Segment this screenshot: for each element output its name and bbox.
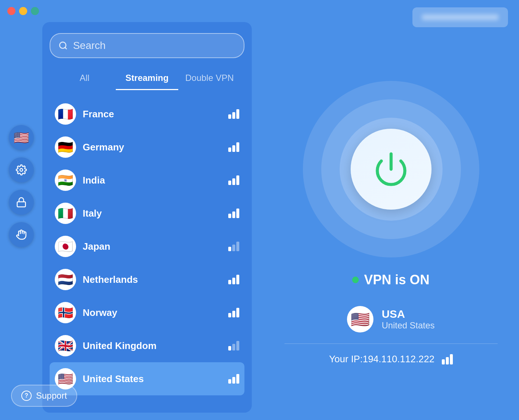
ip-row: Your IP:194.110.112.222 (329, 353, 453, 365)
status-dot (352, 277, 359, 283)
country-item-uk[interactable]: 🇬🇧 United Kingdom (50, 329, 244, 362)
connected-country-name: USA (382, 308, 434, 320)
signal-france (228, 109, 239, 119)
search-icon (58, 40, 68, 51)
right-panel: VPN is ON 🇺🇸 USA United States Your IP:1… (263, 22, 519, 420)
minimize-button[interactable] (19, 7, 27, 15)
connected-country-sub: United States (382, 320, 434, 331)
country-item-japan[interactable]: 🇯🇵 Japan (50, 230, 244, 263)
support-button[interactable]: ? Support (11, 385, 77, 407)
svg-rect-1 (17, 202, 25, 207)
gear-icon (16, 164, 27, 175)
country-name-japan: Japan (83, 241, 222, 252)
flag-germany: 🇩🇪 (55, 136, 76, 158)
power-area (299, 77, 483, 261)
country-item-italy[interactable]: 🇮🇹 Italy (50, 197, 244, 230)
search-box[interactable] (50, 33, 244, 58)
lock-icon (16, 197, 27, 208)
tabs: All Streaming Double VPN (50, 69, 244, 90)
fullscreen-button[interactable] (31, 7, 39, 15)
connected-flag: 🇺🇸 (347, 306, 373, 332)
country-item-netherlands[interactable]: 🇳🇱 Netherlands (50, 263, 244, 296)
vpn-status-text: VPN is ON (364, 272, 429, 288)
support-icon: ? (21, 391, 32, 401)
signal-norway (228, 308, 239, 317)
flag-france: 🇫🇷 (55, 103, 76, 125)
signal-japan (228, 242, 239, 251)
country-list: 🇫🇷 France 🇩🇪 Germany 🇮🇳 India (50, 97, 244, 405)
power-icon (373, 151, 409, 188)
country-name-uk: United Kingdom (83, 340, 222, 352)
flag-uk: 🇬🇧 (55, 335, 76, 356)
tab-double-vpn[interactable]: Double VPN (178, 69, 241, 90)
flag-netherlands: 🇳🇱 (55, 269, 76, 290)
flag-italy: 🇮🇹 (55, 203, 76, 224)
country-name-norway: Norway (83, 307, 222, 318)
svg-point-2 (60, 42, 66, 48)
signal-netherlands (228, 275, 239, 284)
ip-label: Your IP:194.110.112.222 (329, 353, 434, 365)
divider (284, 344, 498, 344)
tab-all[interactable]: All (53, 69, 116, 90)
power-button[interactable] (351, 129, 432, 210)
connected-info: USA United States (382, 308, 434, 331)
sidebar-settings-button[interactable] (9, 157, 34, 182)
flag-india: 🇮🇳 (55, 170, 76, 191)
signal-germany (228, 142, 239, 152)
flag-norway: 🇳🇴 (55, 302, 76, 323)
sidebar-flag-button[interactable]: 🇺🇸 (9, 125, 34, 150)
country-name-us: United States (83, 373, 222, 385)
country-item-france[interactable]: 🇫🇷 France (50, 97, 244, 131)
country-name-france: France (83, 108, 222, 120)
flag-icon: 🇺🇸 (14, 130, 29, 145)
list-panel: All Streaming Double VPN 🇫🇷 France 🇩🇪 Ge… (42, 22, 252, 413)
ip-signal (442, 354, 453, 364)
sidebar: 🇺🇸 (0, 22, 42, 420)
search-input[interactable] (73, 40, 236, 51)
country-item-india[interactable]: 🇮🇳 India (50, 164, 244, 197)
country-item-germany[interactable]: 🇩🇪 Germany (50, 131, 244, 164)
svg-point-0 (20, 168, 23, 171)
vpn-status: VPN is ON (352, 272, 429, 288)
sidebar-lock-button[interactable] (9, 190, 34, 215)
country-name-italy: Italy (83, 208, 222, 219)
country-name-germany: Germany (83, 142, 222, 153)
traffic-lights (7, 7, 39, 15)
tab-streaming[interactable]: Streaming (116, 69, 178, 90)
signal-india (228, 175, 239, 185)
hand-icon (16, 229, 27, 240)
sidebar-hand-button[interactable] (9, 222, 34, 247)
signal-italy (228, 209, 239, 218)
country-item-norway[interactable]: 🇳🇴 Norway (50, 296, 244, 329)
close-button[interactable] (7, 7, 15, 15)
country-item-us[interactable]: 🇺🇸 United States (50, 362, 244, 395)
support-label: Support (36, 391, 67, 401)
signal-uk (228, 341, 239, 350)
signal-us (228, 374, 239, 384)
top-right-blur-content (422, 14, 498, 20)
country-name-india: India (83, 175, 222, 186)
svg-line-3 (65, 47, 67, 49)
flag-japan: 🇯🇵 (55, 236, 76, 257)
connected-country[interactable]: 🇺🇸 USA United States (340, 306, 442, 332)
country-name-netherlands: Netherlands (83, 274, 222, 285)
